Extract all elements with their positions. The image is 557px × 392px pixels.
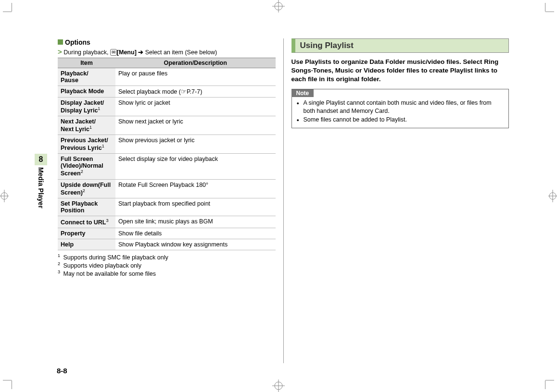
table-row: Previous Jacket/Previous Lyric1Show prev… — [58, 135, 276, 154]
options-table: Item Operation/Description Playback/Paus… — [58, 58, 276, 250]
item-cell: Full Screen (Video)/Normal Screen2 — [58, 154, 115, 179]
table-row: Set Playback PositionStart playback from… — [58, 198, 276, 216]
desc-cell: Open site link; music plays as BGM — [115, 216, 276, 228]
table-row: Next Jacket/Next Lyric1Show next jacket … — [58, 116, 276, 135]
square-bullet-icon — [58, 39, 63, 45]
footnotes: 1 Supports during SMC file playback only… — [58, 253, 276, 277]
footnote: 2 Supports video playback only — [58, 261, 276, 269]
footnote: 3 May not be available for some files — [58, 270, 276, 277]
column-divider — [283, 38, 284, 363]
desc-cell: Show lyric or jacket — [115, 98, 276, 116]
desc-cell: Start playback from specified point — [115, 198, 276, 216]
footnote: 1 Supports during SMC file playback only — [58, 253, 276, 261]
footnote-ref: 1 — [89, 125, 92, 130]
options-instruction: > During playback, ✉[Menu] ➔ Select an i… — [58, 48, 276, 56]
footnote-ref: 1 — [98, 106, 100, 111]
item-cell: Property — [58, 228, 115, 239]
table-row: Upside down(Full Screen)2Rotate Full Scr… — [58, 179, 276, 198]
table-row: Playback ModeSelect playback mode (☞P.7-… — [58, 86, 276, 98]
desc-cell: Rotate Full Screen Playback 180° — [115, 179, 276, 198]
item-cell: Playback/Pause — [58, 68, 115, 86]
section-heading: Using Playlist — [291, 38, 509, 53]
right-column: Using Playlist Use Playlists to organize… — [287, 38, 514, 363]
mail-key-icon: ✉ — [110, 49, 117, 56]
item-cell: Upside down(Full Screen)2 — [58, 179, 115, 198]
item-cell: Set Playback Position — [58, 198, 115, 216]
desc-cell: Show Playback window key assignments — [115, 239, 276, 250]
desc-cell: Show previous jacket or lyric — [115, 135, 276, 154]
table-row: Full Screen (Video)/Normal Screen2Select… — [58, 154, 276, 179]
table-row: Display Jacket/Display Lyric1Show lyric … — [58, 98, 276, 116]
page-number: 8-8 — [57, 367, 67, 375]
table-row: PropertyShow file details — [58, 228, 276, 239]
item-cell: Connect to URL3 — [58, 216, 115, 228]
note-item: A single Playlist cannot contain both mu… — [297, 99, 504, 115]
footnote-ref: 2 — [81, 169, 83, 174]
item-cell: Previous Jacket/Previous Lyric1 — [58, 135, 115, 154]
footnote-ref: 3 — [106, 218, 108, 223]
item-cell: Playback Mode — [58, 86, 115, 98]
desc-cell: Select playback mode (☞P.7-7) — [115, 86, 276, 98]
page-content: Options > During playback, ✉[Menu] ➔ Sel… — [43, 38, 514, 363]
desc-cell: Show file details — [115, 228, 276, 239]
th-item: Item — [58, 58, 115, 68]
arrow-right-icon: ➔ — [138, 49, 143, 56]
note-label: Note — [291, 89, 314, 97]
table-row: Playback/PausePlay or pause files — [58, 68, 276, 86]
item-cell: Display Jacket/Display Lyric1 — [58, 98, 115, 116]
note-item: Some files cannot be added to Playlist. — [297, 116, 504, 124]
footnote-ref: 1 — [102, 144, 104, 148]
desc-cell: Show next jacket or lyric — [115, 116, 276, 135]
table-row: Connect to URL3Open site link; music pla… — [58, 216, 276, 228]
options-heading: Options — [58, 38, 276, 46]
chevron-right-icon: > — [58, 48, 62, 56]
desc-cell: Play or pause files — [115, 68, 276, 86]
table-row: HelpShow Playback window key assignments — [58, 239, 276, 250]
desc-cell: Select display size for video playback — [115, 154, 276, 179]
item-cell: Next Jacket/Next Lyric1 — [58, 116, 115, 135]
options-label: Options — [65, 38, 90, 46]
instruction-suffix: Select an item (See below) — [143, 49, 217, 56]
footnote-ref: 2 — [83, 188, 85, 193]
note-box: Note A single Playlist cannot contain bo… — [291, 89, 509, 129]
left-column: Options > During playback, ✉[Menu] ➔ Sel… — [43, 38, 280, 363]
section-intro: Use Playlists to organize Data Folder mu… — [291, 58, 509, 84]
instruction-prefix: During playback, — [63, 49, 110, 56]
menu-label: [Menu] — [117, 49, 137, 56]
item-cell: Help — [58, 239, 115, 250]
th-desc: Operation/Description — [115, 58, 276, 68]
